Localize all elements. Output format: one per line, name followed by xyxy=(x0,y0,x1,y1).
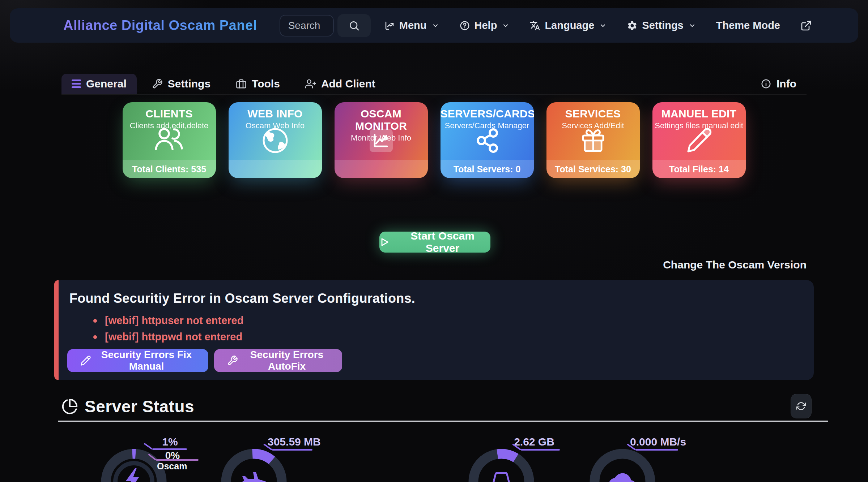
help-dropdown[interactable]: Help xyxy=(459,20,510,31)
tab-tools[interactable]: Tools xyxy=(226,74,290,94)
theme-mode-toggle[interactable]: Theme Mode xyxy=(716,20,780,31)
card-footer: Total Clients: 535 xyxy=(123,160,216,178)
gift-icon xyxy=(579,126,608,155)
chevron-down-icon xyxy=(689,22,696,29)
card-clients[interactable]: CLIENTS Clients add,edit,delete Total Cl… xyxy=(123,102,216,178)
security-heading: Found Securitiy Error in Oscam Server Co… xyxy=(54,280,814,306)
external-link-icon xyxy=(800,20,812,31)
divider xyxy=(58,421,828,422)
users-icon xyxy=(153,126,185,151)
search-input[interactable] xyxy=(280,15,334,36)
chart-arrow-icon xyxy=(384,20,395,31)
gauge-network-value: 0.000 MB/s xyxy=(630,436,681,448)
callout-line xyxy=(635,449,678,451)
search-button[interactable] xyxy=(337,14,371,37)
tab-settings[interactable]: Settings xyxy=(142,74,221,94)
tab-info[interactable]: Info xyxy=(750,74,807,94)
bullet-dot xyxy=(93,335,97,339)
page: Alliance Digital Oscam Panel Menu xyxy=(0,0,868,482)
hamburger-icon xyxy=(72,79,81,88)
language-dropdown[interactable]: Language xyxy=(529,20,607,31)
bullet-dot xyxy=(93,319,97,323)
gauge-disk xyxy=(465,446,537,482)
pencil-icon xyxy=(80,355,91,366)
card-title: SERVERS/CARDS xyxy=(441,108,534,120)
tab-general[interactable]: General xyxy=(61,74,137,94)
card-footer xyxy=(335,160,428,178)
card-title: MANUEL EDIT xyxy=(652,108,746,120)
card-title: CLIENTS xyxy=(123,108,216,120)
play-icon xyxy=(379,237,390,247)
translate-icon xyxy=(529,20,540,31)
settings-dropdown[interactable]: Settings xyxy=(627,20,695,31)
card-manuel-edit[interactable]: MANUEL EDIT Settings files manual edit T… xyxy=(652,102,746,178)
help-icon xyxy=(459,20,470,31)
chevron-down-icon xyxy=(599,22,607,29)
menu-dropdown[interactable]: Menu xyxy=(384,20,439,31)
pencil-icon xyxy=(685,126,714,155)
card-title: WEB INFO xyxy=(229,108,322,120)
callout-line xyxy=(156,459,199,461)
cloud-icon xyxy=(609,473,637,482)
card-footer xyxy=(229,160,322,178)
server-status-title: Server Status xyxy=(85,397,194,416)
callout-line xyxy=(521,449,560,451)
gauge-disk-value: 2.62 GB xyxy=(511,436,558,448)
hard-drive-icon xyxy=(492,473,511,482)
dashboard-cards: CLIENTS Clients add,edit,delete Total Cl… xyxy=(0,102,868,178)
security-error-item: [webif] httpuser not entered xyxy=(93,315,814,327)
wrench-icon xyxy=(227,355,238,366)
refresh-icon xyxy=(796,401,806,411)
gauge-network xyxy=(586,446,659,482)
card-web-info[interactable]: WEB INFO Oscam Web Info xyxy=(229,102,322,178)
change-oscam-version-link[interactable]: Change The Oscam Version xyxy=(663,259,807,271)
external-link-button[interactable] xyxy=(800,20,812,31)
gauge-cpu-value: 1% xyxy=(156,436,184,448)
info-icon xyxy=(761,78,771,89)
share-nodes-icon xyxy=(473,126,502,155)
gear-icon xyxy=(627,20,638,31)
card-footer: Total Files: 14 xyxy=(652,160,746,178)
card-title: SERVICES xyxy=(546,108,640,120)
card-footer: Total Servers: 0 xyxy=(441,160,534,178)
search-icon xyxy=(348,20,360,31)
navbar: Alliance Digital Oscam Panel Menu xyxy=(10,8,858,43)
gauge-ram xyxy=(218,446,290,482)
user-plus-icon xyxy=(305,78,316,89)
security-error-item: [webif] httppwd not entered xyxy=(93,331,814,343)
security-actions: Security Errors Fix Manual Security Erro… xyxy=(67,349,342,372)
globe-icon xyxy=(261,126,290,155)
security-error-list: [webif] httpuser not entered [webif] htt… xyxy=(93,315,814,343)
card-footer: Total Services: 30 xyxy=(546,160,640,178)
gauge-ram-value: 305.59 MB xyxy=(268,436,315,448)
security-error-panel: Found Securitiy Error in Oscam Server Co… xyxy=(54,280,814,380)
bolt-icon xyxy=(126,468,139,482)
security-autofix-button[interactable]: Security Errors AutoFix xyxy=(214,349,342,372)
chevron-down-icon xyxy=(432,22,439,29)
card-services[interactable]: SERVICES Services Add/Edit Total Service… xyxy=(546,102,640,178)
card-servers-cards[interactable]: SERVERS/CARDS Servers/Cards Manager Tota… xyxy=(441,102,534,178)
wrench-icon xyxy=(152,78,163,89)
card-oscam-monitor[interactable]: OSCAM MONITOR Monitor Web Info xyxy=(335,102,428,178)
chevron-down-icon xyxy=(502,22,509,29)
server-status-header: Server Status xyxy=(61,397,194,416)
tab-add-client[interactable]: Add Client xyxy=(295,74,386,94)
app-title: Alliance Digital Oscam Panel xyxy=(63,18,257,33)
tab-bar: General Settings Tools Add Client Info xyxy=(61,74,807,95)
gauge-oscam-label: Oscam xyxy=(157,461,187,472)
start-oscam-server-button[interactable]: Start Oscam Server xyxy=(379,232,490,253)
briefcase-icon xyxy=(236,78,247,89)
security-fix-manual-button[interactable]: Security Errors Fix Manual xyxy=(67,349,208,372)
search-area xyxy=(280,14,371,37)
jet-icon xyxy=(242,472,266,482)
callout-line xyxy=(272,449,312,451)
chart-icon xyxy=(367,126,396,155)
refresh-button[interactable] xyxy=(791,394,812,418)
navbar-menu: Menu Help Language xyxy=(384,20,812,31)
pie-chart-icon xyxy=(61,398,78,415)
